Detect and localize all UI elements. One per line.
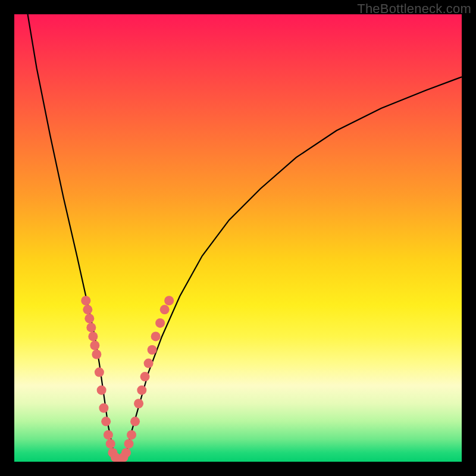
- data-point-marker: [124, 439, 134, 449]
- bottleneck-curve-path: [28, 14, 462, 462]
- marker-group: [81, 296, 174, 462]
- data-point-marker: [127, 430, 136, 440]
- data-point-marker: [84, 314, 94, 323]
- data-point-marker: [130, 416, 140, 426]
- data-point-marker: [81, 296, 90, 305]
- data-point-marker: [101, 416, 111, 426]
- data-point-marker: [164, 296, 174, 305]
- chart-frame: TheBottleneck.com: [0, 0, 476, 476]
- data-point-marker: [92, 350, 101, 359]
- data-point-marker: [106, 439, 115, 449]
- data-point-marker: [83, 305, 92, 314]
- data-point-marker: [97, 386, 107, 395]
- data-point-marker: [160, 305, 170, 314]
- data-point-marker: [140, 372, 150, 381]
- data-point-marker: [99, 403, 108, 413]
- watermark-text: TheBottleneck.com: [357, 1, 471, 17]
- data-point-marker: [88, 331, 98, 341]
- data-point-marker: [137, 386, 146, 395]
- plot-area: [14, 14, 462, 462]
- data-point-marker: [144, 359, 154, 368]
- data-point-marker: [95, 368, 104, 377]
- data-point-marker: [104, 430, 113, 440]
- data-point-marker: [155, 318, 165, 328]
- curve-group: [28, 14, 462, 462]
- data-point-marker: [121, 448, 131, 458]
- data-point-marker: [90, 340, 99, 350]
- data-point-marker: [134, 399, 143, 408]
- data-point-marker: [86, 322, 96, 332]
- data-point-marker: [148, 345, 157, 355]
- data-point-marker: [151, 331, 161, 341]
- chart-svg: [14, 14, 462, 462]
